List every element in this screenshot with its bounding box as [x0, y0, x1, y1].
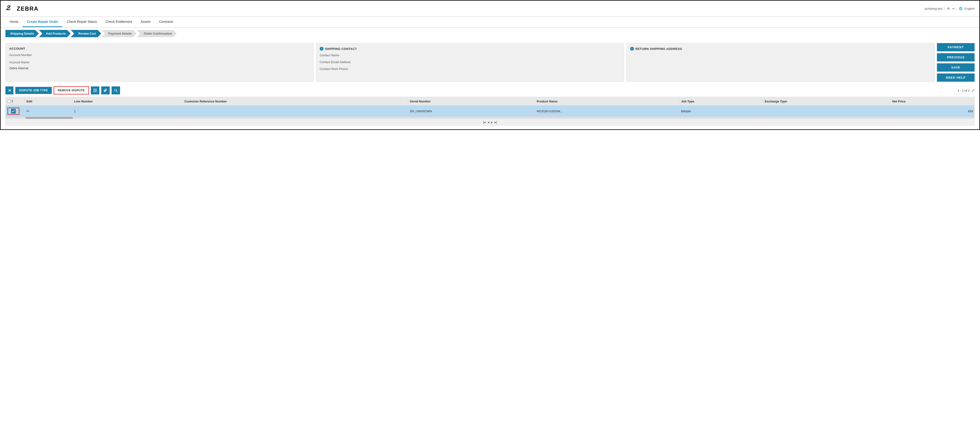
nav-create-repair-order[interactable]: Create Repair Order [22, 17, 62, 27]
table-toolbar: ✕ DISPUTE JOB TYPE REMOVE DISPUTE 1 - 1 … [5, 86, 975, 94]
checked-checkbox[interactable] [11, 109, 16, 113]
globe-icon: 🌐 [959, 7, 963, 10]
edit-pencil-icon[interactable]: ✏ [27, 109, 29, 113]
previous-button[interactable]: PREVIOUS [937, 53, 975, 62]
td-product-name: MC9190-G30SW... [535, 106, 679, 117]
checkbox-wrapper[interactable] [8, 108, 19, 114]
account-panel-title: ACCOUNT [9, 47, 310, 50]
products-table: ▲▼ Edit Line Number Customer Reference N… [6, 97, 974, 117]
step-payment-details[interactable]: Payment Details [101, 30, 137, 37]
header-user-area: portalreg test | ⚙ ⇥ | 🌐 English [925, 7, 975, 10]
return-address-title: i RETURN SHIPPING ADDRESS [630, 47, 931, 51]
dispute-job-type-button[interactable]: DISPUTE JOB TYPE [15, 87, 52, 94]
svg-text:𝓩: 𝓩 [6, 4, 11, 11]
settings-icon[interactable]: ⚙ [947, 7, 950, 10]
th-line-number: Line Number [72, 97, 183, 106]
scroll-thumb[interactable] [25, 117, 73, 119]
prev-page-button[interactable]: ◂ [488, 120, 489, 124]
td-serial-number: SN_UNKNOWN [408, 106, 535, 117]
td-select[interactable] [6, 106, 24, 117]
main-content: ACCOUNT Account Number Account Name Zebr… [1, 40, 979, 129]
th-exchange-type: Exchange Type [763, 97, 890, 106]
td-job-type: Billable [679, 106, 763, 117]
account-number-label: Account Number [9, 53, 310, 57]
step-add-products[interactable]: Add Products [39, 30, 71, 37]
svg-line-5 [116, 91, 118, 92]
need-help-button[interactable]: NEED HELP [937, 73, 975, 82]
select-all-checkbox[interactable] [8, 100, 11, 103]
user-name: portalreg test [925, 7, 943, 10]
logout-icon[interactable]: ⇥ [952, 7, 955, 10]
td-net-price: €84 [890, 106, 974, 117]
shipping-info-icon: i [320, 47, 323, 51]
account-name-value: Zebra Internal [9, 67, 310, 70]
payment-button[interactable]: PAYMENT [937, 43, 975, 51]
table-footer: |◂ ◂ ▸ ▸| [6, 119, 974, 126]
th-job-type: Job Type [679, 97, 763, 106]
td-line-number: 1 [72, 106, 183, 117]
th-net-price: Net Price [890, 97, 974, 106]
clear-button[interactable]: ✕ [5, 86, 13, 94]
th-select: ▲▼ [6, 97, 24, 106]
contact-name-label: Contact Name [320, 54, 620, 57]
th-customer-ref: Customer Reference Number [183, 97, 408, 106]
shipping-contact-panel: i SHIPPING CONTACT Contact Name Contact … [316, 43, 624, 82]
logo: 𝓩 ZEBRA [5, 3, 38, 14]
step-review-cart[interactable]: Review Cart [71, 30, 101, 37]
export-icon-button[interactable] [91, 86, 99, 94]
nav-contracts[interactable]: Contracts [155, 17, 177, 27]
nav-assets[interactable]: Assets [136, 17, 155, 27]
td-edit[interactable]: ✏ [24, 106, 72, 117]
step-shipping-details[interactable]: Shipping Details [5, 30, 39, 37]
workflow-steps: Shipping Details Add Products Review Car… [1, 27, 979, 40]
return-address-panel: i RETURN SHIPPING ADDRESS [627, 43, 935, 82]
attach-icon-button[interactable] [101, 86, 110, 94]
pagination-text: 1 - 1 of 1 [958, 89, 970, 92]
nav-check-entitlement[interactable]: Check Entitlement [101, 17, 137, 27]
table-row: ✏ 1 SN_UNKNOWN MC9190-G30SW... Billable … [6, 106, 974, 117]
header: 𝓩 ZEBRA portalreg test | ⚙ ⇥ | 🌐 English [1, 1, 979, 17]
zebra-logo-icon: 𝓩 [5, 3, 15, 14]
contact-phone-label: Contact Work Phone [320, 67, 620, 71]
table-header-row: ▲▼ Edit Line Number Customer Reference N… [6, 97, 974, 106]
expand-icon[interactable]: ⤢ [972, 88, 975, 93]
horizontal-scrollbar[interactable] [6, 117, 974, 119]
shipping-contact-title: i SHIPPING CONTACT [320, 47, 620, 51]
return-address-info-icon: i [630, 47, 634, 51]
td-customer-ref [183, 106, 408, 117]
account-panel: ACCOUNT Account Number Account Name Zebr… [5, 43, 313, 82]
next-page-button[interactable]: ▸ [491, 120, 493, 124]
separator-2: | [956, 7, 957, 10]
save-button[interactable]: SAVE [937, 64, 975, 72]
account-name-label: Account Name [9, 60, 310, 64]
separator-1: | [945, 7, 945, 10]
th-product-name: Product Name [535, 97, 679, 106]
logo-text: ZEBRA [17, 5, 38, 12]
info-panels-row: ACCOUNT Account Number Account Name Zebr… [5, 43, 975, 82]
action-buttons-panel: PAYMENT PREVIOUS SAVE NEED HELP [937, 43, 975, 82]
nav-check-repair-status[interactable]: Check Repair Status [62, 17, 101, 27]
language-label[interactable]: English [964, 7, 975, 10]
search-icon-button[interactable] [111, 86, 120, 94]
first-page-button[interactable]: |◂ [483, 120, 486, 124]
pagination-info: 1 - 1 of 1 ⤢ [958, 88, 975, 93]
main-nav: Home Create Repair Order Check Repair St… [1, 17, 979, 27]
last-page-button[interactable]: ▸| [495, 120, 497, 124]
th-edit: Edit [24, 97, 72, 106]
step-order-confirmation[interactable]: Order Confirmation [137, 30, 177, 37]
th-serial-number: Serial Number [408, 97, 535, 106]
products-table-container: ▲▼ Edit Line Number Customer Reference N… [5, 97, 975, 126]
td-exchange-type [763, 106, 890, 117]
sort-arrows[interactable]: ▲▼ [11, 99, 13, 103]
nav-home[interactable]: Home [5, 17, 22, 27]
contact-email-label: Contact Email Address [320, 60, 620, 64]
remove-dispute-button[interactable]: REMOVE DISPUTE [54, 86, 89, 94]
